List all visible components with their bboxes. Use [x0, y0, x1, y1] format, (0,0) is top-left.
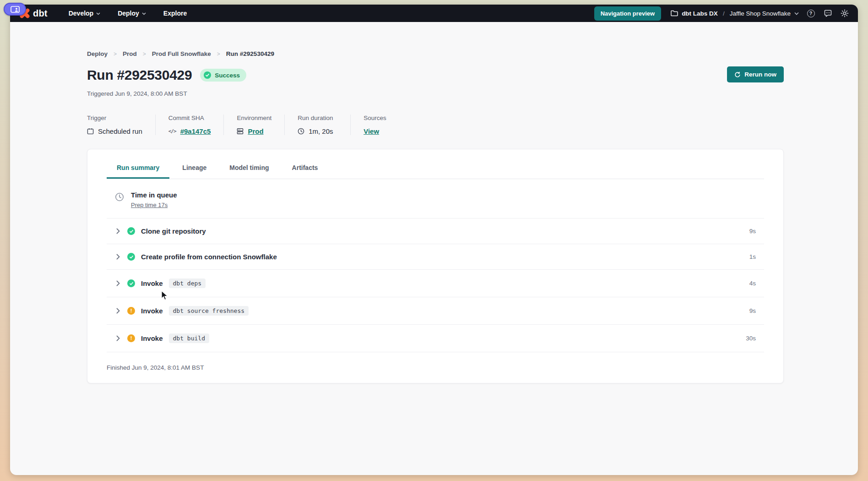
step-label: Invoke: [141, 307, 163, 315]
step-label: Create profile from connection Snowflake: [141, 253, 277, 261]
breadcrumb-item-run-292530429[interactable]: Run #292530429: [226, 50, 274, 57]
step-label: Invoke: [141, 279, 163, 287]
step-duration: 30s: [746, 335, 756, 342]
account-project: Jaffle Shop Snowflake: [730, 10, 791, 17]
meta-value-run-duration: 1m, 20s: [309, 127, 333, 135]
step-row-clone-git-repository[interactable]: Clone git repository9s: [107, 219, 764, 244]
meta-label: Environment: [237, 115, 271, 121]
step-duration: 1s: [749, 253, 756, 260]
chevron-right-icon[interactable]: [115, 308, 121, 314]
screen-share-icon: [11, 6, 20, 13]
rerun-icon: [734, 71, 741, 78]
breadcrumb-separator: >: [217, 51, 220, 57]
breadcrumb-item-deploy[interactable]: Deploy: [87, 50, 108, 57]
nav-menu-develop[interactable]: Develop: [69, 10, 100, 17]
feedback-icon[interactable]: [823, 8, 833, 18]
tab-run-summary[interactable]: Run summary: [107, 158, 169, 179]
help-icon[interactable]: ?: [806, 8, 816, 18]
step-row-invoke-dbt-deps[interactable]: Invokedbt deps4s: [107, 270, 764, 297]
breadcrumb-separator: >: [143, 51, 146, 57]
title-row: Run #292530429 Success Rerun now: [87, 67, 784, 83]
account-switcher[interactable]: dbt Labs DX / Jaffle Shop Snowflake: [671, 10, 799, 17]
meta-column-sources: SourcesView: [363, 115, 399, 135]
tab-model-timing[interactable]: Model timing: [219, 158, 279, 179]
queue-clock-icon: [115, 192, 124, 202]
step-command-chip: dbt deps: [169, 279, 206, 288]
chevron-right-icon[interactable]: [115, 228, 121, 234]
browser-viewport: dbt DevelopDeployExplore Navigation prev…: [10, 5, 858, 475]
primary-nav: DevelopDeployExplore: [69, 10, 187, 17]
nav-menu-explore[interactable]: Explore: [163, 10, 187, 17]
page-title: Run #292530429: [87, 67, 192, 83]
dbt-logo-text: dbt: [33, 8, 48, 19]
step-label: Clone git repository: [141, 227, 206, 235]
chevron-down-icon: [142, 11, 146, 15]
run-metadata: TriggerScheduled runCommit SHA</>#9a147c…: [87, 115, 784, 135]
success-check-icon: [127, 253, 135, 261]
meta-column-commit-sha: Commit SHA</>#9a147c5: [168, 115, 224, 135]
prep-time-link[interactable]: Prep time 17s: [131, 202, 168, 208]
warning-icon: !: [127, 334, 135, 342]
warning-icon: !: [127, 307, 135, 315]
step-row-invoke-dbt-source-freshness[interactable]: !Invokedbt source freshness9s: [107, 297, 764, 325]
meta-label: Trigger: [87, 115, 142, 121]
folder-icon: [671, 10, 678, 16]
account-org: dbt Labs DX: [682, 10, 718, 17]
time-in-queue-row: Time in queue Prep time 17s: [107, 179, 764, 219]
nav-menu-label: Develop: [69, 10, 93, 17]
breadcrumb-item-prod-full-snowflake[interactable]: Prod Full Snowflake: [152, 50, 211, 57]
tab-bar: Run summaryLineageModel timingArtifacts: [107, 149, 764, 179]
step-duration: 9s: [749, 228, 756, 235]
step-command-chip: dbt build: [169, 333, 209, 343]
meta-label: Sources: [363, 115, 386, 121]
step-row-invoke-dbt-build[interactable]: !Invokedbt build30s: [107, 325, 764, 352]
meta-column-environment: EnvironmentProd: [237, 115, 285, 135]
breadcrumb-item-prod[interactable]: Prod: [123, 50, 137, 57]
run-detail-page: Deploy>Prod>Prod Full Snowflake>Run #292…: [10, 22, 858, 475]
meta-label: Run duration: [298, 115, 337, 121]
chevron-right-icon[interactable]: [115, 280, 121, 286]
nav-menu-label: Explore: [163, 10, 187, 17]
step-duration: 4s: [749, 280, 756, 287]
step-list: Clone git repository9sCreate profile fro…: [107, 219, 764, 352]
rerun-now-label: Rerun now: [744, 71, 776, 78]
step-duration: 9s: [749, 307, 756, 314]
nav-menu-deploy[interactable]: Deploy: [118, 10, 146, 17]
code-icon: </>: [168, 128, 176, 134]
tab-artifacts[interactable]: Artifacts: [282, 158, 328, 179]
meta-value-trigger: Scheduled run: [98, 127, 142, 135]
meta-column-run-duration: Run duration1m, 20s: [298, 115, 351, 135]
success-check-icon: [127, 279, 135, 287]
chevron-right-icon[interactable]: [115, 254, 121, 260]
navigation-preview-button[interactable]: Navigation preview: [594, 6, 661, 21]
step-command-chip: dbt source freshness: [169, 306, 249, 316]
queue-title: Time in queue: [131, 191, 177, 199]
meta-column-trigger: TriggerScheduled run: [87, 115, 156, 135]
tab-lineage[interactable]: Lineage: [172, 158, 217, 179]
chevron-right-icon[interactable]: [115, 335, 121, 341]
meta-value-commit-sha[interactable]: #9a147c5: [180, 127, 211, 135]
screen-share-indicator[interactable]: [4, 3, 26, 16]
database-icon: [237, 128, 244, 135]
status-badge-label: Success: [215, 72, 240, 79]
breadcrumb: Deploy>Prod>Prod Full Snowflake>Run #292…: [87, 50, 784, 57]
rerun-now-button[interactable]: Rerun now: [727, 66, 784, 82]
nav-menu-label: Deploy: [118, 10, 139, 17]
chevron-down-icon: [96, 11, 100, 15]
finished-timestamp: Finished Jun 9, 2024, 8:01 AM BST: [107, 364, 764, 371]
meta-value-sources[interactable]: View: [363, 127, 379, 135]
success-check-icon: [204, 71, 211, 79]
breadcrumb-separator: >: [114, 51, 117, 57]
account-separator: /: [723, 10, 725, 17]
step-row-create-profile-from-connection-snowflake[interactable]: Create profile from connection Snowflake…: [107, 244, 764, 270]
clock-icon: [298, 128, 304, 135]
meta-label: Commit SHA: [168, 115, 211, 121]
settings-gear-icon[interactable]: [840, 8, 850, 18]
triggered-timestamp: Triggered Jun 9, 2024, 8:00 AM BST: [87, 90, 784, 97]
calendar-icon: [87, 128, 94, 135]
step-label: Invoke: [141, 334, 163, 342]
meta-value-environment[interactable]: Prod: [248, 127, 263, 135]
top-navbar: dbt DevelopDeployExplore Navigation prev…: [10, 5, 858, 22]
chevron-down-icon: [794, 12, 799, 15]
run-summary-card: Run summaryLineageModel timingArtifacts …: [87, 149, 784, 383]
